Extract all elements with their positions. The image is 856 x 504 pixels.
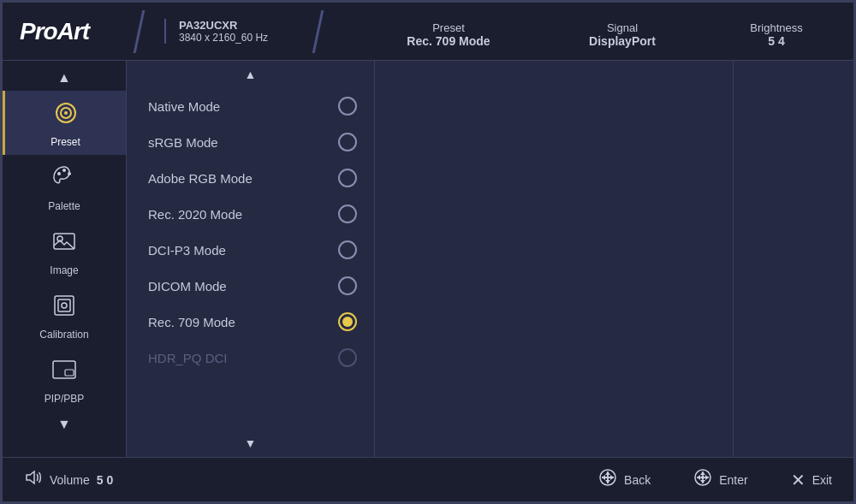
enter-icon xyxy=(693,468,712,491)
menu-item-dicom[interactable]: DICOM Mode xyxy=(127,268,374,304)
menu-item-radio-srgb xyxy=(338,133,357,151)
monitor-info: PA32UCXR 3840 x 2160_60 Hz xyxy=(164,19,301,44)
sidebar-item-calibration[interactable]: Calibration xyxy=(3,283,126,347)
menu-item-radio-rec709 xyxy=(338,312,357,331)
top-bar-divider-1 xyxy=(134,10,146,53)
menu-area: ▲ Native ModesRGB ModeAdobe RGB ModeRec.… xyxy=(127,61,375,457)
bottom-bar: Volume 5 0 xyxy=(3,457,853,501)
back-icon xyxy=(598,468,617,491)
menu-item-label-native: Native Mode xyxy=(148,99,220,114)
menu-item-hdr[interactable]: HDR_PQ DCI xyxy=(127,340,374,376)
menu-item-rec709[interactable]: Rec. 709 Mode xyxy=(127,304,374,340)
top-bar: ProArt PA32UCXR 3840 x 2160_60 Hz Preset… xyxy=(3,3,853,61)
menu-item-label-hdr: HDR_PQ DCI xyxy=(148,351,228,365)
menu-list: Native ModesRGB ModeAdobe RGB ModeRec. 2… xyxy=(127,88,374,430)
signal-label: Signal xyxy=(607,21,638,34)
enter-button[interactable]: Enter xyxy=(693,468,747,491)
preset-stat: Preset Rec. 709 Mode xyxy=(389,21,508,48)
brightness-stat: Brightness 5 4 xyxy=(716,21,836,48)
brightness-label: Brightness xyxy=(750,21,802,34)
top-bar-center: Preset Rec. 709 Mode xyxy=(335,15,562,48)
right-panel xyxy=(734,61,853,457)
back-button[interactable]: Back xyxy=(598,468,651,491)
sidebar-item-palette[interactable]: Palette xyxy=(3,155,126,219)
screen: ProArt PA32UCXR 3840 x 2160_60 Hz Preset… xyxy=(3,3,853,501)
preset-icon xyxy=(52,99,80,133)
svg-rect-9 xyxy=(58,299,70,311)
pip-pbp-icon xyxy=(51,356,78,389)
menu-item-radio-dicom xyxy=(338,276,357,295)
menu-item-radio-adobe xyxy=(338,169,357,187)
svg-point-4 xyxy=(62,169,66,172)
menu-item-rec2020[interactable]: Rec. 2020 Mode xyxy=(127,196,374,232)
bottom-controls: Back Enter xyxy=(113,468,832,491)
menu-item-radio-rec2020 xyxy=(338,205,357,223)
sidebar-pip-pbp-label: PIP/PBP xyxy=(45,393,85,405)
monitor-resolution: 3840 x 2160_60 Hz xyxy=(179,32,301,44)
detail-area xyxy=(375,61,734,457)
menu-item-label-rec2020: Rec. 2020 Mode xyxy=(148,207,242,222)
monitor-model: PA32UCXR xyxy=(179,19,301,32)
menu-item-label-dcip3: DCI-P3 Mode xyxy=(148,243,226,258)
svg-marker-20 xyxy=(602,475,605,480)
sidebar-item-preset[interactable]: Preset xyxy=(3,91,126,155)
menu-item-label-srgb: sRGB Mode xyxy=(148,135,218,150)
exit-label: Exit xyxy=(812,473,832,487)
sidebar-scroll-up[interactable]: ▲ xyxy=(3,65,126,91)
image-icon xyxy=(51,228,78,261)
enter-label: Enter xyxy=(719,473,747,487)
calibration-icon xyxy=(51,292,78,325)
palette-icon xyxy=(51,163,78,197)
volume-label: Volume xyxy=(50,473,90,487)
menu-item-label-adobe: Adobe RGB Mode xyxy=(148,171,253,186)
sidebar-preset-label: Preset xyxy=(51,136,80,148)
sidebar: ▲ Preset xyxy=(3,61,127,457)
signal-value: DisplayPort xyxy=(589,34,656,48)
menu-item-radio-native xyxy=(338,97,357,116)
back-label: Back xyxy=(624,473,651,487)
exit-button[interactable]: ✕ Exit xyxy=(791,470,832,490)
volume-value: 5 0 xyxy=(97,473,113,487)
svg-marker-21 xyxy=(610,475,614,480)
menu-item-radio-hdr xyxy=(338,348,357,367)
svg-point-5 xyxy=(68,172,71,175)
menu-item-label-dicom: DICOM Mode xyxy=(148,279,227,294)
svg-point-29 xyxy=(701,476,704,479)
sidebar-image-label: Image xyxy=(50,264,78,276)
menu-item-native[interactable]: Native Mode xyxy=(127,88,374,124)
svg-point-10 xyxy=(62,303,67,308)
sidebar-item-image[interactable]: Image xyxy=(3,219,126,283)
volume-icon xyxy=(24,468,43,491)
svg-marker-25 xyxy=(700,471,705,475)
main-content: ▲ Preset xyxy=(3,61,853,457)
svg-rect-12 xyxy=(65,370,74,376)
svg-point-3 xyxy=(57,172,61,175)
menu-scroll-down-button[interactable]: ▼ xyxy=(127,430,374,457)
sidebar-item-pip-pbp[interactable]: PIP/PBP xyxy=(3,347,126,412)
svg-marker-18 xyxy=(605,471,610,475)
top-bar-right: Signal DisplayPort Brightness 5 4 xyxy=(562,15,836,48)
menu-item-srgb[interactable]: sRGB Mode xyxy=(127,124,374,160)
sidebar-calibration-label: Calibration xyxy=(39,329,88,341)
logo: ProArt xyxy=(20,18,122,45)
preset-label: Preset xyxy=(432,21,465,34)
sidebar-palette-label: Palette xyxy=(48,200,80,212)
exit-icon: ✕ xyxy=(791,470,805,490)
svg-marker-26 xyxy=(700,480,705,483)
svg-point-2 xyxy=(64,111,68,115)
menu-scroll-up-button[interactable]: ▲ xyxy=(127,61,374,88)
svg-marker-19 xyxy=(605,480,610,483)
volume-control: Volume 5 0 xyxy=(24,468,113,491)
svg-marker-27 xyxy=(697,475,700,480)
menu-item-label-rec709: Rec. 709 Mode xyxy=(148,315,235,329)
menu-item-radio-dcip3 xyxy=(338,240,357,259)
signal-stat: Signal DisplayPort xyxy=(562,21,682,48)
brightness-value: 5 4 xyxy=(768,34,784,48)
preset-value: Rec. 709 Mode xyxy=(407,34,490,48)
menu-item-dcip3[interactable]: DCI-P3 Mode xyxy=(127,232,374,268)
sidebar-scroll-down[interactable]: ▼ xyxy=(3,412,126,437)
top-bar-divider-2 xyxy=(312,10,324,53)
svg-marker-28 xyxy=(705,475,709,480)
menu-item-adobe[interactable]: Adobe RGB Mode xyxy=(127,160,374,196)
